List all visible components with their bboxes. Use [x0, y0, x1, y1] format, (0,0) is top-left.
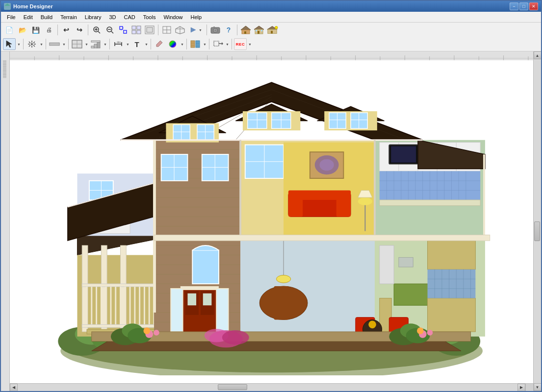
svg-point-202: [358, 198, 372, 206]
svg-rect-9: [120, 26, 123, 29]
svg-point-43: [31, 43, 33, 45]
svg-rect-156: [427, 298, 475, 332]
svg-rect-143: [171, 289, 182, 332]
sep-t2-5: [151, 39, 151, 49]
maximize-button[interactable]: □: [519, 2, 528, 10]
print-button[interactable]: [43, 24, 55, 36]
ruler-top: [10, 51, 533, 60]
svg-rect-60: [191, 41, 195, 48]
scroll-thumb-h[interactable]: [218, 384, 247, 390]
svg-rect-271: [483, 155, 485, 241]
save-button[interactable]: [29, 24, 42, 36]
menu-3d[interactable]: 3D: [105, 13, 120, 21]
house-container: [10, 60, 533, 383]
fit-window-button[interactable]: [117, 24, 129, 36]
text-dropdown[interactable]: [144, 38, 149, 50]
svg-rect-16: [137, 30, 141, 34]
svg-rect-141: [203, 294, 212, 305]
close-button[interactable]: ✕: [529, 2, 538, 10]
scroll-left-button[interactable]: ◀: [10, 384, 18, 392]
svg-rect-136: [192, 250, 219, 284]
scroll-down-button[interactable]: ▼: [534, 383, 542, 391]
select-dropdown[interactable]: [16, 38, 21, 50]
open-button[interactable]: [16, 24, 29, 36]
pan-tool-button[interactable]: [26, 38, 38, 50]
stair-tool-button[interactable]: [89, 38, 102, 50]
pan-dropdown[interactable]: [39, 38, 44, 50]
new-button[interactable]: [3, 24, 16, 36]
svg-text:dim: dim: [117, 41, 121, 44]
menu-library[interactable]: Library: [81, 13, 105, 21]
color-picker-button[interactable]: [166, 38, 179, 50]
sep-t2-8: [232, 39, 232, 49]
svg-rect-270: [374, 140, 376, 236]
paint-tool-button[interactable]: [153, 38, 166, 50]
dim-dropdown[interactable]: [125, 38, 130, 50]
full-house-button[interactable]: [266, 24, 279, 36]
content-area: ◀ ▶: [10, 51, 533, 391]
vertical-scrollbar[interactable]: ▲ ▼: [533, 51, 541, 391]
camera-button[interactable]: [209, 24, 222, 36]
svg-rect-272: [154, 235, 490, 241]
menu-file[interactable]: File: [3, 13, 20, 21]
undo-button[interactable]: [60, 24, 73, 36]
menu-build[interactable]: Build: [37, 13, 56, 21]
horizontal-scrollbar[interactable]: ◀ ▶: [10, 384, 525, 391]
zoom-out-button[interactable]: [103, 24, 116, 36]
dim-tool-button[interactable]: dim: [112, 38, 125, 50]
transform-dropdown[interactable]: [225, 38, 230, 50]
wall-tool-button[interactable]: [48, 38, 61, 50]
separator-5: [237, 24, 237, 35]
wall-dropdown[interactable]: [61, 38, 66, 50]
view-button[interactable]: [130, 24, 143, 36]
record-dropdown[interactable]: [247, 38, 252, 50]
svg-rect-14: [137, 26, 141, 29]
zoom-in-button[interactable]: [90, 24, 103, 36]
color-dropdown[interactable]: [180, 38, 184, 50]
ruler-left: ||||||||||||||||||||: [1, 51, 10, 391]
view-mode-dropdown[interactable]: [187, 24, 205, 36]
svg-marker-30: [241, 26, 251, 30]
menu-cad[interactable]: CAD: [120, 13, 139, 21]
floor-plan-button[interactable]: [160, 24, 173, 36]
transform-tool-button[interactable]: [211, 38, 224, 50]
redo-button[interactable]: [73, 24, 86, 36]
svg-point-59: [169, 41, 176, 48]
record-button[interactable]: REC: [234, 38, 247, 50]
svg-rect-13: [132, 26, 136, 29]
3d-view-button[interactable]: [174, 24, 186, 36]
layout-button[interactable]: [143, 24, 156, 36]
svg-rect-168: [399, 258, 413, 268]
exterior-view-button[interactable]: [253, 24, 265, 36]
svg-rect-145: [240, 241, 375, 337]
menu-terrain[interactable]: Terrain: [56, 13, 81, 21]
svg-rect-167: [380, 245, 394, 284]
house-render: [44, 68, 499, 375]
floor-dropdown[interactable]: [84, 38, 89, 50]
svg-rect-61: [196, 41, 200, 48]
scroll-right-button[interactable]: ▶: [517, 384, 525, 392]
floor-tool-button[interactable]: [71, 38, 83, 50]
scroll-track-h[interactable]: [18, 384, 517, 392]
menu-edit[interactable]: Edit: [20, 13, 37, 21]
scroll-track-v[interactable]: [534, 59, 542, 383]
svg-rect-52: [97, 42, 100, 48]
scroll-up-button[interactable]: ▲: [534, 51, 542, 59]
stair-dropdown[interactable]: [103, 38, 107, 50]
canvas[interactable]: [10, 60, 533, 383]
minimize-button[interactable]: −: [510, 2, 518, 10]
select-tool-button[interactable]: [3, 38, 16, 50]
menu-tools[interactable]: Tools: [139, 13, 160, 21]
text-tool-button[interactable]: T: [130, 38, 143, 50]
svg-marker-68: [222, 42, 223, 45]
help-button[interactable]: ?: [222, 24, 235, 36]
material-tool-button[interactable]: [189, 38, 202, 50]
scroll-thumb-v[interactable]: [534, 221, 540, 241]
house-view-button[interactable]: [239, 24, 252, 36]
menu-window[interactable]: Window: [159, 13, 186, 21]
svg-rect-37: [261, 30, 262, 31]
material-dropdown[interactable]: [202, 38, 207, 50]
svg-rect-269: [239, 140, 241, 236]
menu-help[interactable]: Help: [187, 13, 206, 21]
svg-point-152: [276, 275, 290, 283]
